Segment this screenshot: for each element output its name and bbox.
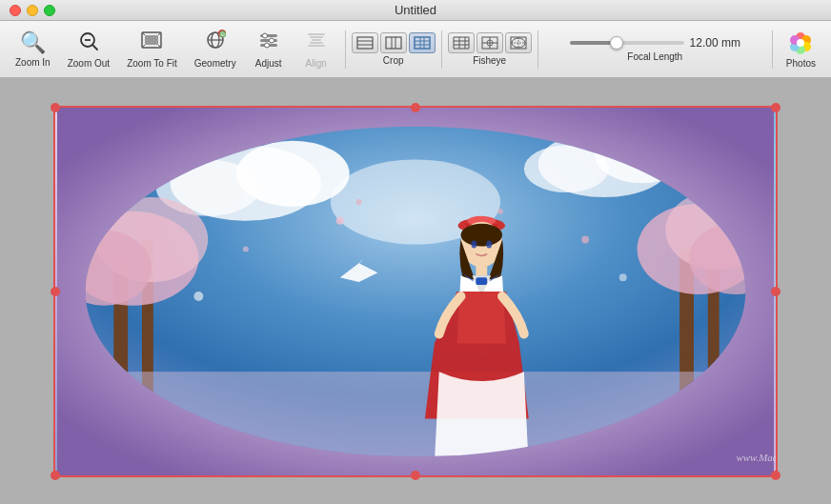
photos-icon: [787, 30, 814, 56]
zoom-to-fit-button[interactable]: Zoom To Fit: [119, 26, 185, 72]
separator-3: [537, 30, 538, 69]
svg-point-90: [471, 240, 476, 248]
fisheye-group: Fisheye: [448, 32, 532, 66]
fisheye-grid-button[interactable]: [448, 32, 475, 53]
svg-rect-17: [308, 33, 325, 35]
focal-length-label: Focal Length: [627, 51, 682, 62]
svg-point-15: [269, 38, 274, 43]
svg-point-14: [262, 33, 267, 38]
svg-point-82: [193, 292, 203, 301]
svg-point-81: [581, 235, 589, 243]
minimize-button[interactable]: [27, 5, 38, 16]
zoom-to-fit-label: Zoom To Fit: [127, 58, 177, 69]
zoom-in-icon: 🔍: [20, 30, 46, 55]
geometry-icon: ♎: [204, 30, 227, 56]
handle-middle-right[interactable]: [771, 287, 780, 296]
handle-top-right[interactable]: [771, 103, 780, 112]
window-title: Untitled: [395, 3, 436, 17]
svg-rect-22: [357, 37, 373, 49]
svg-point-77: [356, 199, 362, 205]
svg-rect-28: [415, 37, 430, 49]
adjust-button[interactable]: Adjust: [246, 26, 292, 72]
zoom-to-fit-icon: [140, 30, 163, 56]
svg-rect-21: [308, 45, 325, 47]
svg-point-16: [264, 43, 269, 48]
title-bar: Untitled: [0, 0, 831, 21]
toolbar: 🔍 Zoom In Zoom Out Zoom To Fit: [0, 21, 831, 78]
svg-rect-4: [145, 35, 158, 45]
canvas-image: www.MacDown.com: [55, 108, 776, 475]
fisheye-cross-button[interactable]: [476, 32, 503, 53]
zoom-in-label: Zoom In: [15, 57, 51, 68]
svg-point-83: [619, 273, 627, 281]
crop-horizontal-button[interactable]: [352, 32, 378, 53]
crop-group: Crop: [352, 32, 436, 66]
svg-point-76: [336, 216, 344, 224]
zoom-out-button[interactable]: Zoom Out: [60, 27, 117, 72]
svg-rect-93: [476, 277, 487, 285]
separator-1: [345, 30, 346, 69]
image-frame: www.MacDown.com: [53, 106, 778, 477]
geometry-button[interactable]: ♎ Geometry: [187, 26, 244, 72]
focal-length-value: 12.00 mm: [690, 36, 740, 50]
zoom-out-label: Zoom Out: [68, 58, 110, 69]
photos-button[interactable]: Photos: [779, 26, 823, 72]
svg-point-89: [461, 223, 503, 246]
zoom-out-icon: [78, 30, 99, 56]
svg-point-79: [497, 208, 503, 213]
align-button[interactable]: Align: [294, 26, 339, 72]
geometry-label: Geometry: [194, 58, 236, 69]
crop-label: Crop: [383, 55, 404, 66]
separator-4: [772, 30, 773, 69]
crop-grid-button[interactable]: [409, 32, 436, 53]
handle-bottom-right[interactable]: [771, 471, 780, 480]
handle-top-left[interactable]: [51, 103, 60, 112]
focal-length-group: 12.00 mm Focal Length: [544, 36, 766, 62]
adjust-label: Adjust: [255, 58, 282, 69]
scene-svg: www.MacDown.com: [55, 108, 776, 475]
fisheye-oval-button[interactable]: [505, 32, 532, 53]
handle-bottom-left[interactable]: [51, 471, 60, 480]
crop-buttons: [352, 32, 436, 53]
adjust-icon: [257, 30, 280, 56]
close-button[interactable]: [10, 5, 21, 16]
crop-vertical-button[interactable]: [380, 32, 407, 53]
handle-middle-left[interactable]: [51, 287, 60, 296]
svg-rect-20: [310, 42, 323, 44]
svg-point-80: [243, 246, 249, 252]
photos-label: Photos: [786, 58, 816, 69]
focal-length-slider[interactable]: [570, 41, 684, 45]
fisheye-label: Fisheye: [473, 55, 506, 66]
focal-slider-row: 12.00 mm: [570, 36, 740, 50]
svg-point-55: [797, 39, 804, 47]
svg-rect-18: [310, 36, 323, 38]
main-content: www.MacDown.com: [0, 78, 831, 504]
svg-rect-19: [312, 39, 321, 41]
zoom-in-button[interactable]: 🔍 Zoom In: [8, 27, 58, 71]
traffic-lights: [10, 5, 55, 16]
svg-text:www.MacDown.com: www.MacDown.com: [737, 452, 776, 463]
handle-top-middle[interactable]: [411, 103, 420, 112]
fisheye-buttons: [448, 32, 532, 53]
maximize-button[interactable]: [44, 5, 55, 16]
svg-line-2: [92, 45, 97, 50]
separator-2: [441, 30, 442, 69]
handle-bottom-middle[interactable]: [411, 471, 420, 480]
svg-rect-25: [386, 37, 401, 49]
svg-point-91: [486, 240, 492, 248]
svg-text:♎: ♎: [218, 30, 226, 38]
svg-rect-92: [476, 264, 487, 275]
align-icon: [305, 30, 328, 56]
align-label: Align: [306, 58, 327, 69]
